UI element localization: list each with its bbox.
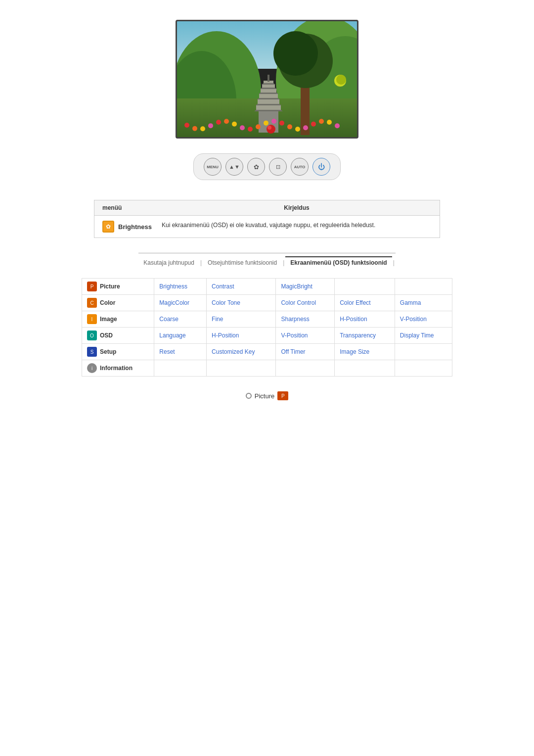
table-row: S Setup ResetCustomized KeyOff TimerImag… [82,344,452,360]
nav-tabs-bar: Kasutaja juhtnupud | Otsejuhtimise funkt… [138,253,396,268]
nav-sep-1: | [200,259,202,266]
menu-col-header: menüü [102,204,162,211]
setup-subitem-0[interactable]: Reset [154,344,207,360]
information-subitem-1 [207,360,276,377]
color-subitem-4[interactable]: Gamma [395,295,452,311]
table-row: I Image CoarseFineSharpnessH-PositionV-P… [82,311,452,328]
setup-name: Setup [100,348,116,355]
brightness-icon-symbol: ✿ [106,223,111,230]
picture-name: Picture [100,283,120,290]
source-button[interactable]: ⊡ [269,158,287,176]
information-subitem-0 [154,360,207,377]
color-subitem-1[interactable]: Color Tone [207,295,276,311]
power-button[interactable]: ⏻ [312,158,330,176]
image-subitem-1[interactable]: Fine [207,311,276,328]
information-subitem-4 [395,360,452,377]
setup-subitem-4 [395,344,452,360]
table-row: i Information [82,360,452,377]
picture-bottom-label: Picture P [246,391,288,400]
tab-user-controls[interactable]: Kasutaja juhtnupud [138,257,199,268]
description-col-header: Kirjeldus [162,204,432,211]
picture-text-label: Picture [255,392,274,400]
picture-subitem-3 [335,279,395,295]
picture-circle-icon [246,393,252,399]
menu-item-color[interactable]: C Color [82,295,154,311]
information-subitem-2 [276,360,335,377]
picture-subitem-1[interactable]: Contrast [207,279,276,295]
picture-subitem-2[interactable]: MagicBright [276,279,335,295]
auto-button[interactable]: AUTO [291,158,309,176]
brightness-menu-icon: ✿ [102,221,114,233]
picture-small-icon: P [277,391,288,400]
color-subitem-0[interactable]: MagicColor [154,295,207,311]
information-name: Information [100,365,133,372]
osd-subitem-4[interactable]: Display Time [395,328,452,344]
osd-subitem-0[interactable]: Language [154,328,207,344]
nav-sep-2: | [283,259,284,266]
osd-subitem-3[interactable]: Transparency [335,328,395,344]
function-table: P Picture BrightnessContrastMagicBright … [82,278,452,377]
osd-icon: O [87,331,97,340]
control-buttons-row: MENU ▲▼ ✿ ⊡ AUTO ⏻ [193,153,341,180]
image-icon: I [87,314,97,324]
color-name: Color [100,299,115,306]
setup-icon: S [87,347,97,357]
tab-osd-functions[interactable]: Ekraanimenüü (OSD) funktsioonid [285,256,392,268]
nav-sep-3: | [393,259,395,266]
osd-subitem-2[interactable]: V-Position [276,328,335,344]
image-subitem-3[interactable]: H-Position [335,311,395,328]
color-icon: C [87,298,97,308]
information-icon: i [87,363,97,373]
setup-subitem-2[interactable]: Off Timer [276,344,335,360]
picture-icon: P [87,282,97,291]
tab-direct-functions[interactable]: Otsejuhtimise funktsioonid [203,257,282,268]
osd-subitem-1[interactable]: H-Position [207,328,276,344]
up-down-button[interactable]: ▲▼ [225,158,243,176]
setup-subitem-1[interactable]: Customized Key [207,344,276,360]
color-subitem-2[interactable]: Color Control [276,295,335,311]
table-row: C Color MagicColorColor ToneColor Contro… [82,295,452,311]
menu-description-table: menüü Kirjeldus ✿ Brightness Kui ekraani… [94,200,440,238]
setup-subitem-3[interactable]: Image Size [335,344,395,360]
table-row: O OSD LanguageH-PositionV-PositionTransp… [82,328,452,344]
brightness-menu-label: Brightness [118,223,152,231]
osd-name: OSD [100,332,113,339]
menu-item-osd[interactable]: O OSD [82,328,154,344]
image-subitem-0[interactable]: Coarse [154,311,207,328]
image-subitem-2[interactable]: Sharpness [276,311,335,328]
menu-item-picture[interactable]: P Picture [82,279,154,295]
menu-item-setup[interactable]: S Setup [82,344,154,360]
menu-button[interactable]: MENU [204,158,222,176]
brightness-button[interactable]: ✿ [247,158,265,176]
table-row: P Picture BrightnessContrastMagicBright [82,279,452,295]
image-name: Image [100,316,117,323]
information-subitem-3 [335,360,395,377]
menu-item-image[interactable]: I Image [82,311,154,328]
image-subitem-4[interactable]: V-Position [395,311,452,328]
picture-subitem-0[interactable]: Brightness [154,279,207,295]
menu-item-information[interactable]: i Information [82,360,154,377]
monitor-display [176,20,358,139]
picture-subitem-4 [395,279,452,295]
color-subitem-3[interactable]: Color Effect [335,295,395,311]
brightness-description: Kui ekraanimenüü (OSD) ei ole kuvatud, v… [162,221,432,230]
